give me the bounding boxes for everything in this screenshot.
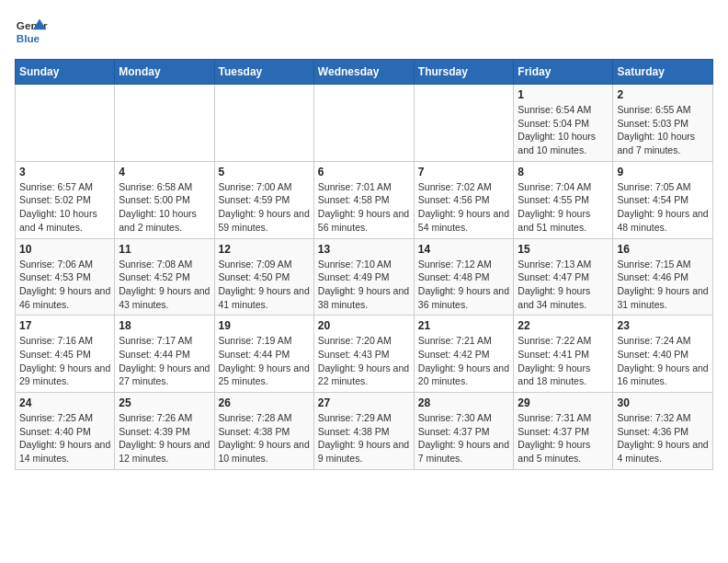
day-number: 6 xyxy=(318,166,410,178)
day-info: Sunrise: 6:55 AM Sunset: 5:03 PM Dayligh… xyxy=(617,103,709,157)
day-cell: 30Sunrise: 7:32 AM Sunset: 4:36 PM Dayli… xyxy=(613,393,713,470)
calendar-table: SundayMondayTuesdayWednesdayThursdayFrid… xyxy=(15,59,713,470)
day-info: Sunrise: 7:19 AM Sunset: 4:44 PM Dayligh… xyxy=(219,334,310,388)
day-cell: 20Sunrise: 7:20 AM Sunset: 4:43 PM Dayli… xyxy=(313,316,414,393)
day-cell: 21Sunrise: 7:21 AM Sunset: 4:42 PM Dayli… xyxy=(414,316,514,393)
day-info: Sunrise: 7:31 AM Sunset: 4:37 PM Dayligh… xyxy=(518,411,609,465)
svg-text:Blue: Blue xyxy=(17,32,40,44)
day-number: 15 xyxy=(518,243,609,256)
day-info: Sunrise: 7:22 AM Sunset: 4:41 PM Dayligh… xyxy=(518,334,609,388)
day-info: Sunrise: 6:58 AM Sunset: 5:00 PM Dayligh… xyxy=(119,180,210,235)
weekday-sunday: Sunday xyxy=(16,60,115,85)
day-number: 13 xyxy=(318,243,410,256)
day-cell xyxy=(414,85,514,162)
day-cell xyxy=(115,85,214,162)
day-cell: 25Sunrise: 7:26 AM Sunset: 4:39 PM Dayli… xyxy=(115,393,214,470)
day-info: Sunrise: 7:32 AM Sunset: 4:36 PM Dayligh… xyxy=(617,411,709,465)
day-info: Sunrise: 7:26 AM Sunset: 4:39 PM Dayligh… xyxy=(119,411,210,465)
day-number: 3 xyxy=(19,166,110,178)
day-cell: 3Sunrise: 6:57 AM Sunset: 5:02 PM Daylig… xyxy=(16,161,115,238)
day-number: 22 xyxy=(518,319,609,332)
day-info: Sunrise: 7:24 AM Sunset: 4:40 PM Dayligh… xyxy=(617,334,709,388)
day-info: Sunrise: 7:28 AM Sunset: 4:38 PM Dayligh… xyxy=(219,411,310,465)
day-cell: 12Sunrise: 7:09 AM Sunset: 4:50 PM Dayli… xyxy=(214,238,313,316)
day-number: 26 xyxy=(219,396,310,409)
day-cell: 13Sunrise: 7:10 AM Sunset: 4:49 PM Dayli… xyxy=(313,238,414,316)
day-number: 16 xyxy=(617,243,709,256)
day-number: 29 xyxy=(518,396,609,409)
weekday-saturday: Saturday xyxy=(613,60,713,85)
day-cell: 1Sunrise: 6:54 AM Sunset: 5:04 PM Daylig… xyxy=(514,85,613,162)
day-info: Sunrise: 7:09 AM Sunset: 4:50 PM Dayligh… xyxy=(219,258,310,312)
day-cell: 10Sunrise: 7:06 AM Sunset: 4:53 PM Dayli… xyxy=(16,238,115,316)
day-cell: 8Sunrise: 7:04 AM Sunset: 4:55 PM Daylig… xyxy=(514,161,613,238)
day-cell: 4Sunrise: 6:58 AM Sunset: 5:00 PM Daylig… xyxy=(115,161,214,238)
day-cell: 26Sunrise: 7:28 AM Sunset: 4:38 PM Dayli… xyxy=(214,393,313,470)
day-info: Sunrise: 7:21 AM Sunset: 4:42 PM Dayligh… xyxy=(418,334,510,388)
day-info: Sunrise: 7:20 AM Sunset: 4:43 PM Dayligh… xyxy=(318,334,410,388)
day-number: 23 xyxy=(617,319,709,332)
day-number: 25 xyxy=(119,396,210,409)
week-row-2: 3Sunrise: 6:57 AM Sunset: 5:02 PM Daylig… xyxy=(16,161,713,238)
day-info: Sunrise: 7:29 AM Sunset: 4:38 PM Dayligh… xyxy=(318,411,410,465)
day-info: Sunrise: 7:30 AM Sunset: 4:37 PM Dayligh… xyxy=(418,411,510,465)
day-cell: 24Sunrise: 7:25 AM Sunset: 4:40 PM Dayli… xyxy=(16,393,115,470)
day-number: 19 xyxy=(219,319,310,332)
day-info: Sunrise: 6:54 AM Sunset: 5:04 PM Dayligh… xyxy=(518,103,609,157)
day-info: Sunrise: 7:13 AM Sunset: 4:47 PM Dayligh… xyxy=(518,258,609,312)
day-cell: 27Sunrise: 7:29 AM Sunset: 4:38 PM Dayli… xyxy=(313,393,414,470)
weekday-monday: Monday xyxy=(115,60,214,85)
day-number: 17 xyxy=(19,319,110,332)
weekday-header-row: SundayMondayTuesdayWednesdayThursdayFrid… xyxy=(16,60,713,85)
logo-icon: General Blue xyxy=(15,15,48,48)
day-number: 28 xyxy=(418,396,510,409)
day-number: 27 xyxy=(318,396,410,409)
day-number: 5 xyxy=(219,166,310,178)
day-info: Sunrise: 7:15 AM Sunset: 4:46 PM Dayligh… xyxy=(617,258,709,312)
day-cell: 11Sunrise: 7:08 AM Sunset: 4:52 PM Dayli… xyxy=(115,238,214,316)
day-cell: 18Sunrise: 7:17 AM Sunset: 4:44 PM Dayli… xyxy=(115,316,214,393)
day-info: Sunrise: 7:04 AM Sunset: 4:55 PM Dayligh… xyxy=(518,180,609,235)
day-cell xyxy=(214,85,313,162)
day-cell: 23Sunrise: 7:24 AM Sunset: 4:40 PM Dayli… xyxy=(613,316,713,393)
calendar-body: 1Sunrise: 6:54 AM Sunset: 5:04 PM Daylig… xyxy=(16,85,713,470)
day-info: Sunrise: 7:01 AM Sunset: 4:58 PM Dayligh… xyxy=(318,180,410,235)
week-row-5: 24Sunrise: 7:25 AM Sunset: 4:40 PM Dayli… xyxy=(16,393,713,470)
day-cell xyxy=(313,85,414,162)
day-number: 14 xyxy=(418,243,510,256)
day-cell: 22Sunrise: 7:22 AM Sunset: 4:41 PM Dayli… xyxy=(514,316,613,393)
week-row-1: 1Sunrise: 6:54 AM Sunset: 5:04 PM Daylig… xyxy=(16,85,713,162)
day-number: 11 xyxy=(119,243,210,256)
day-number: 9 xyxy=(617,166,709,178)
day-cell: 7Sunrise: 7:02 AM Sunset: 4:56 PM Daylig… xyxy=(414,161,514,238)
day-info: Sunrise: 7:12 AM Sunset: 4:48 PM Dayligh… xyxy=(418,258,510,312)
page-header: General Blue xyxy=(15,15,713,48)
day-number: 2 xyxy=(617,88,709,101)
day-number: 7 xyxy=(418,166,510,178)
day-cell: 17Sunrise: 7:16 AM Sunset: 4:45 PM Dayli… xyxy=(16,316,115,393)
week-row-3: 10Sunrise: 7:06 AM Sunset: 4:53 PM Dayli… xyxy=(16,238,713,316)
day-cell: 9Sunrise: 7:05 AM Sunset: 4:54 PM Daylig… xyxy=(613,161,713,238)
day-cell: 19Sunrise: 7:19 AM Sunset: 4:44 PM Dayli… xyxy=(214,316,313,393)
day-cell: 16Sunrise: 7:15 AM Sunset: 4:46 PM Dayli… xyxy=(613,238,713,316)
day-number: 18 xyxy=(119,319,210,332)
day-number: 30 xyxy=(617,396,709,409)
day-number: 8 xyxy=(518,166,609,178)
day-number: 4 xyxy=(119,166,210,178)
day-cell: 15Sunrise: 7:13 AM Sunset: 4:47 PM Dayli… xyxy=(514,238,613,316)
day-cell: 29Sunrise: 7:31 AM Sunset: 4:37 PM Dayli… xyxy=(514,393,613,470)
day-info: Sunrise: 7:17 AM Sunset: 4:44 PM Dayligh… xyxy=(119,334,210,388)
day-number: 12 xyxy=(219,243,310,256)
day-cell: 6Sunrise: 7:01 AM Sunset: 4:58 PM Daylig… xyxy=(313,161,414,238)
weekday-wednesday: Wednesday xyxy=(313,60,414,85)
weekday-tuesday: Tuesday xyxy=(214,60,313,85)
day-number: 24 xyxy=(19,396,110,409)
day-info: Sunrise: 7:02 AM Sunset: 4:56 PM Dayligh… xyxy=(418,180,510,235)
week-row-4: 17Sunrise: 7:16 AM Sunset: 4:45 PM Dayli… xyxy=(16,316,713,393)
day-cell: 14Sunrise: 7:12 AM Sunset: 4:48 PM Dayli… xyxy=(414,238,514,316)
logo: General Blue xyxy=(15,15,48,48)
day-cell: 2Sunrise: 6:55 AM Sunset: 5:03 PM Daylig… xyxy=(613,85,713,162)
day-cell: 5Sunrise: 7:00 AM Sunset: 4:59 PM Daylig… xyxy=(214,161,313,238)
weekday-friday: Friday xyxy=(514,60,613,85)
day-number: 10 xyxy=(19,243,110,256)
